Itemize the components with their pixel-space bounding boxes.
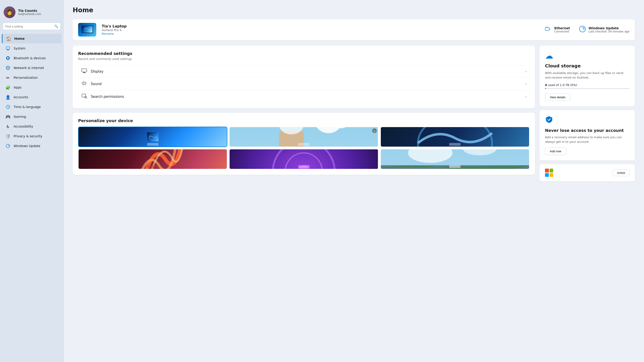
device-image <box>78 23 96 36</box>
recommended-subtitle: Recent and commonly used settings <box>78 57 530 61</box>
view-details-button[interactable]: View details <box>545 93 570 101</box>
svg-line-10 <box>8 107 9 108</box>
account-security-card: Never lose access to your account Add a … <box>540 110 635 160</box>
settings-item-sound[interactable]: Sound › <box>78 77 530 90</box>
svg-rect-24 <box>83 73 86 73</box>
svg-rect-16 <box>545 28 549 30</box>
accounts-icon: 👤 <box>6 95 10 100</box>
sidebar-item-label: Windows Update <box>14 144 40 148</box>
wallpaper-thumb-3[interactable] <box>380 127 530 147</box>
sidebar-item-accounts[interactable]: 👤 Accounts <box>2 92 62 102</box>
ms-logo-green <box>550 169 554 172</box>
settings-item-search-permissions[interactable]: Search permissions › <box>78 90 530 103</box>
cloud-description: With available storage, you can back up … <box>545 71 630 80</box>
personalize-card: Personalize your device <box>73 113 535 175</box>
sidebar-item-time[interactable]: Time & language <box>2 102 62 112</box>
update-status: Windows Update Last checked: 59 minutes … <box>579 26 630 34</box>
taskbar-indicator-2 <box>298 143 310 146</box>
main-content: Home Tia's Laptop <box>64 0 644 362</box>
wallpaper-thumb-6[interactable] <box>380 149 530 169</box>
svg-text:B: B <box>7 57 9 60</box>
bluetooth-icon: B <box>6 56 10 61</box>
storage-bar <box>545 88 630 89</box>
device-model: Surface Pro X <box>102 28 539 32</box>
recommended-title: Recommended settings <box>78 51 530 56</box>
sidebar-item-label: Accessibility <box>14 125 33 128</box>
sidebar-item-privacy[interactable]: 🛡️ Privacy & security <box>2 131 62 141</box>
right-col: ☁️ Cloud storage With available storage,… <box>540 46 635 185</box>
sound-label: Sound <box>91 82 102 86</box>
search-permissions-label: Search permissions <box>91 95 124 99</box>
sidebar-item-apps[interactable]: 🧩 Apps <box>2 83 62 92</box>
sidebar-item-label: Bluetooth & devices <box>14 56 46 60</box>
search-icon: 🔍 <box>54 24 58 28</box>
sidebar-item-accessibility[interactable]: ♿ Accessibility <box>2 122 62 131</box>
ms-logo-yellow <box>550 173 554 177</box>
device-rename-link[interactable]: Rename <box>102 32 114 35</box>
update-icon <box>579 26 586 34</box>
avatar: 👩 <box>4 6 16 18</box>
network-icon <box>6 65 10 70</box>
ms-logo <box>545 169 553 177</box>
user-info: Tia Counts tia@outlook.com <box>18 9 41 16</box>
sidebar-item-windows-update[interactable]: Windows Update <box>2 141 62 151</box>
update-label: Windows Update <box>588 26 630 30</box>
sidebar-item-label: Home <box>14 37 24 40</box>
sidebar-item-personalization[interactable]: ✏️ Personalization <box>2 73 62 82</box>
svg-rect-1 <box>7 49 9 50</box>
sidebar-item-network[interactable]: Network & internet <box>2 63 62 73</box>
lock-icon: 🔒 <box>372 128 377 133</box>
svg-rect-2 <box>7 50 9 50</box>
wallpaper-thumb-4[interactable] <box>78 149 227 169</box>
personalize-title: Personalize your device <box>78 118 530 123</box>
device-name: Tia's Laptop <box>102 24 539 28</box>
user-profile: 👩 Tia Counts tia@outlook.com <box>0 4 63 23</box>
sidebar-item-gaming[interactable]: 🎮 Gaming <box>2 112 62 121</box>
security-description: Add a recovery email address to make sur… <box>545 135 630 144</box>
svg-point-11 <box>6 144 10 148</box>
sidebar-item-home[interactable]: 🏠 Home <box>2 34 62 43</box>
storage-used: 0 <box>545 83 547 87</box>
sidebar-item-label: Privacy & security <box>14 134 42 138</box>
taskbar-indicator-1 <box>147 143 158 146</box>
ms-logo-blue <box>545 173 549 177</box>
sidebar-item-bluetooth[interactable]: B Bluetooth & devices <box>2 53 62 63</box>
cloud-title: Cloud storage <box>545 63 630 68</box>
accessibility-icon: ♿ <box>6 124 10 129</box>
search-input[interactable] <box>5 25 52 28</box>
sound-icon <box>81 81 88 87</box>
wallpaper-thumb-1[interactable] <box>78 127 227 147</box>
ethernet-label: Ethernet <box>554 26 570 30</box>
sidebar-item-system[interactable]: System <box>2 43 62 53</box>
svg-point-21 <box>580 26 586 32</box>
wallpaper-thumb-2[interactable]: 🔒 <box>229 127 378 147</box>
chevron-icon: › <box>526 82 527 86</box>
time-icon <box>6 104 10 109</box>
svg-line-27 <box>86 98 87 98</box>
system-icon <box>6 46 10 51</box>
device-info: Tia's Laptop Surface Pro X Rename <box>102 24 539 35</box>
sidebar-item-label: Accounts <box>14 95 28 99</box>
ethernet-info: Ethernet Connected <box>554 26 570 33</box>
display-icon <box>81 68 88 74</box>
device-bar: Tia's Laptop Surface Pro X Rename Ethern… <box>73 19 635 40</box>
ms365-card: Active <box>540 164 635 181</box>
cloud-storage-card: ☁️ Cloud storage With available storage,… <box>540 46 635 106</box>
sidebar-item-label: Apps <box>14 85 22 89</box>
content-grid: Recommended settings Recent and commonly… <box>73 46 635 185</box>
sidebar-item-label: Network & internet <box>14 66 44 70</box>
taskbar-indicator-3 <box>449 143 460 146</box>
storage-label-text: used of 1.0 TB (0%) <box>548 83 577 87</box>
taskbar-indicator-6 <box>449 165 460 168</box>
security-title: Never lose access to your account <box>545 128 630 133</box>
active-badge-button[interactable]: Active <box>613 170 630 176</box>
sidebar-item-label: System <box>14 46 26 50</box>
search-box[interactable]: 🔍 <box>3 23 61 30</box>
recommended-card: Recommended settings Recent and commonly… <box>73 46 535 108</box>
svg-rect-23 <box>84 72 85 73</box>
add-now-button[interactable]: Add now <box>545 148 566 155</box>
ethernet-status: Ethernet Connected <box>545 26 570 34</box>
wallpaper-thumb-5[interactable] <box>229 149 378 169</box>
settings-item-display[interactable]: Display › <box>78 65 530 77</box>
sidebar-item-label: Time & language <box>14 105 41 109</box>
